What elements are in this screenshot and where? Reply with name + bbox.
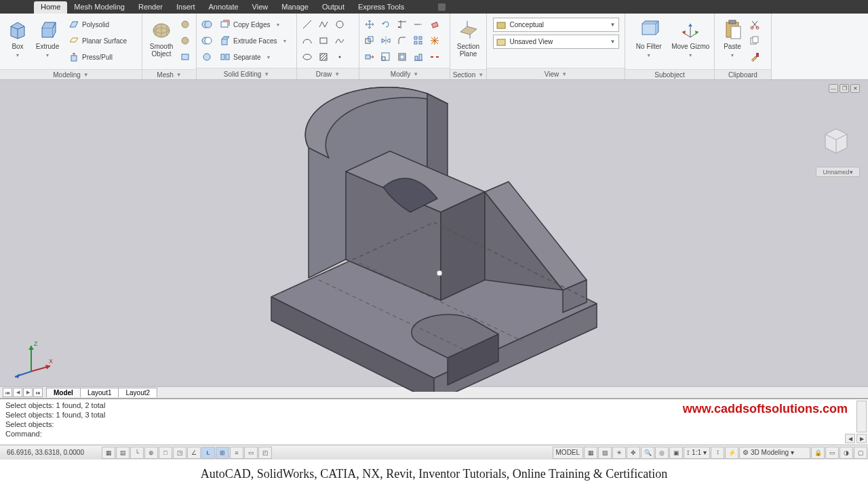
planarsurface-button[interactable]: Planar Surface [65, 33, 130, 48]
command-window[interactable]: Select objects: 1 found, 2 total Select … [0, 399, 868, 445]
matchprop-button[interactable] [747, 49, 762, 64]
isolate-button[interactable]: ◑ [840, 447, 853, 459]
cmd-scroll-left[interactable]: ◀ [845, 434, 855, 443]
grid-toggle[interactable]: ▤ [116, 447, 130, 459]
workspace-dropdown[interactable]: ⚙ 3D Modeling ▾ [739, 447, 810, 459]
ortho-toggle[interactable]: └ [130, 447, 144, 459]
fillet-button[interactable] [395, 33, 410, 48]
cut-button[interactable] [747, 17, 762, 32]
separate-button[interactable]: Separate▼ [216, 49, 290, 64]
sectionplane-button[interactable]: Section Plane [453, 16, 484, 67]
hardware-accel[interactable]: ▭ [825, 447, 839, 459]
panel-mesh-title[interactable]: Mesh▼ [142, 69, 196, 79]
panel-modeling-title[interactable]: Modeling▼ [0, 69, 142, 79]
offset-button[interactable] [395, 49, 410, 64]
lwt-toggle[interactable]: ≡ [230, 447, 243, 459]
copyedges-button[interactable]: Copy Edges▼ [216, 17, 290, 32]
tab-annotate[interactable]: Annotate [202, 1, 245, 14]
spline-button[interactable] [332, 33, 347, 48]
extend-button[interactable] [411, 17, 426, 32]
explode-button[interactable] [427, 33, 442, 48]
layout2-tab[interactable]: Layout2 [118, 388, 157, 397]
sc-toggle[interactable]: ◰ [258, 447, 272, 459]
tab-home[interactable]: Home [34, 1, 67, 14]
tabs-help-icon[interactable] [438, 3, 446, 11]
ducs-toggle[interactable]: Ł [201, 447, 215, 459]
annovis-toggle[interactable]: ⟟ [711, 447, 724, 459]
stretch-button[interactable] [362, 49, 377, 64]
tab-insert[interactable]: Insert [170, 1, 202, 14]
trim-button[interactable] [395, 17, 410, 32]
box-button[interactable]: Box ▼ [3, 16, 33, 67]
rotate-button[interactable] [378, 17, 393, 32]
union-button[interactable] [199, 17, 214, 32]
visualstyle-dropdown[interactable]: Conceptual ▼ [493, 18, 619, 32]
drawing-canvas[interactable]: — ❐ ✕ [0, 80, 868, 386]
tab-output[interactable]: Output [315, 1, 351, 14]
hatch-button[interactable] [316, 49, 331, 64]
modelspace-indicator[interactable]: MODEL [553, 447, 584, 459]
subtract-button[interactable] [199, 33, 214, 48]
point-button[interactable] [332, 49, 347, 64]
extrude-button[interactable]: Extrude ▼ [33, 16, 62, 67]
viewcube-label[interactable]: Unnamed ▾ [816, 167, 860, 177]
otrack-toggle[interactable]: ∠ [187, 447, 201, 459]
canvas-minimize-button[interactable]: — [829, 84, 838, 93]
tab-prev-button[interactable]: ◀ [13, 388, 22, 397]
cleanscreen-button[interactable]: ▢ [854, 447, 867, 459]
3dosnap-toggle[interactable]: ◳ [173, 447, 186, 459]
array-button[interactable] [411, 33, 426, 48]
smoothobject-button[interactable]: Smooth Object [145, 16, 178, 67]
erase-button[interactable] [427, 17, 442, 32]
intersect-button[interactable] [199, 49, 214, 64]
pan-button[interactable]: ✥ [627, 447, 640, 459]
qp-toggle[interactable]: ▭ [244, 447, 258, 459]
tab-view[interactable]: View [245, 1, 275, 14]
rect-button[interactable] [316, 33, 331, 48]
copy-button[interactable] [362, 33, 377, 48]
tab-last-button[interactable]: ⏭ [33, 388, 43, 397]
break-button[interactable] [427, 49, 442, 64]
layout1-tab[interactable]: Layout1 [80, 388, 119, 397]
extrudefaces-button[interactable]: Extrude Faces▼ [216, 33, 290, 48]
tab-first-button[interactable]: ⏮ [3, 388, 12, 397]
copyclip-button[interactable] [747, 33, 762, 48]
polyline-button[interactable] [316, 17, 331, 32]
quickview-drawings[interactable]: ▧ [598, 447, 612, 459]
paste-button[interactable]: Paste ▼ [717, 16, 747, 67]
tab-express[interactable]: Express Tools [351, 1, 411, 14]
ellipse-button[interactable] [300, 49, 315, 64]
cmd-vscroll[interactable] [856, 401, 867, 432]
tab-meshmodeling[interactable]: Mesh Modeling [67, 1, 132, 14]
quickview-layouts[interactable]: ▦ [584, 447, 597, 459]
polysolid-button[interactable]: Polysolid [65, 17, 130, 32]
cmd-scroll-right[interactable]: ▶ [856, 434, 867, 443]
osnap-toggle[interactable]: □ [159, 447, 172, 459]
circle-button[interactable] [332, 17, 347, 32]
polar-toggle[interactable]: ⊕ [144, 447, 158, 459]
canvas-restore-button[interactable]: ❐ [840, 84, 849, 93]
toolbar-lock[interactable]: 🔒 [811, 447, 825, 459]
tab-render[interactable]: Render [132, 1, 170, 14]
mesh-more2-button[interactable] [178, 33, 193, 48]
presspull-button[interactable]: Press/Pull [65, 49, 130, 64]
viewcube[interactable] [817, 121, 854, 158]
zoom-button[interactable]: 🔍 [641, 447, 654, 459]
canvas-close-button[interactable]: ✕ [850, 84, 860, 93]
steering-button[interactable]: ◎ [655, 447, 669, 459]
annoscale-dropdown[interactable]: ⟟ 1:1 ▾ [684, 447, 710, 459]
modelspace-tab[interactable]: Model [46, 388, 81, 397]
workspace-sun[interactable]: ☀ [612, 447, 626, 459]
snap-toggle[interactable]: ▦ [102, 447, 115, 459]
nofilter-button[interactable]: No Filter ▼ [628, 16, 670, 67]
showmotion-button[interactable]: ▣ [669, 447, 683, 459]
movegizmo-button[interactable]: Move Gizmo ▼ [670, 16, 712, 67]
annoauto-toggle[interactable]: ⚡ [725, 447, 738, 459]
move-button[interactable] [362, 17, 377, 32]
mesh-more3-button[interactable] [178, 49, 193, 64]
dyn-toggle[interactable]: ⊞ [216, 447, 229, 459]
scale-button[interactable] [378, 49, 393, 64]
arc-button[interactable] [300, 33, 315, 48]
tab-manage[interactable]: Manage [275, 1, 315, 14]
tab-next-button[interactable]: ▶ [23, 388, 33, 397]
